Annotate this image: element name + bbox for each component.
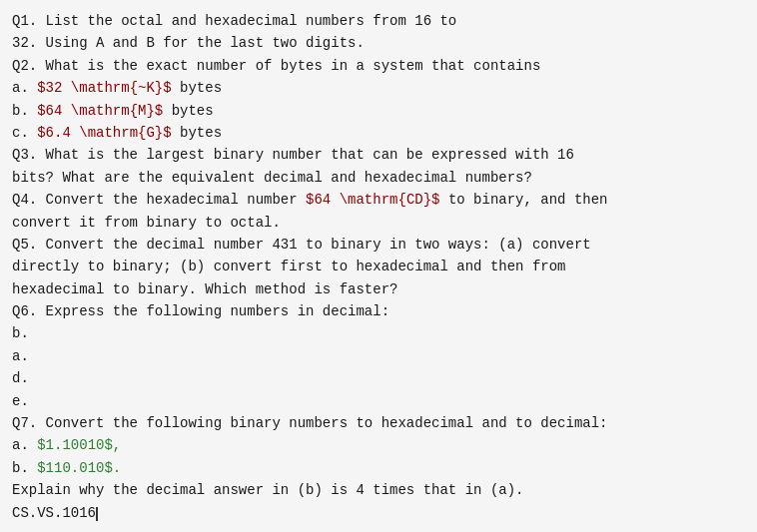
line-q2a: a. $32 \mathrm{~K}$ bytes — [12, 77, 745, 99]
line-cs: CS.VS.1016 — [12, 502, 745, 524]
math-q4: $64 \mathrm{CD}$ — [306, 192, 439, 208]
line-q3b: bits? What are the equivalent decimal an… — [12, 167, 745, 189]
line-q2c: c. $6.4 \mathrm{G}$ bytes — [12, 122, 745, 144]
line-q7a: a. $1.10010$, — [12, 434, 745, 456]
line-q5c: hexadecimal to binary. Which method is f… — [12, 278, 745, 300]
math-q2a: $32 \mathrm{~K}$ — [37, 80, 171, 96]
line-q4: Q4. Convert the hexadecimal number $64 \… — [12, 189, 745, 211]
line-q6d: d. — [12, 367, 745, 389]
line-q7b: b. $110.010$. — [12, 457, 745, 479]
math-q2c: $6.4 \mathrm{G}$ — [37, 125, 171, 141]
line-q6: Q6. Express the following numbers in dec… — [12, 300, 745, 322]
line-q7c: Explain why the decimal answer in (b) is… — [12, 479, 745, 501]
line-q4b: convert it from binary to octal. — [12, 212, 745, 234]
math-q2b: $64 \mathrm{M}$ — [37, 103, 163, 119]
line-q2b: b. $64 \mathrm{M}$ bytes — [12, 100, 745, 122]
line-q7: Q7. Convert the following binary numbers… — [12, 412, 745, 434]
line-q3: Q3. What is the largest binary number th… — [12, 144, 745, 166]
line-q6b: b. — [12, 322, 745, 344]
text-cursor — [96, 507, 98, 521]
line-q1b: 32. Using A and B for the last two digit… — [12, 32, 745, 54]
document-content: Q1. List the octal and hexadecimal numbe… — [0, 0, 757, 532]
line-q6e: e. — [12, 390, 745, 412]
math-q7b: $110.010$. — [37, 460, 121, 476]
line-q6a: a. — [12, 345, 745, 367]
line-q1: Q1. List the octal and hexadecimal numbe… — [12, 10, 745, 32]
line-q5b: directly to binary; (b) convert first to… — [12, 256, 745, 277]
line-q5: Q5. Convert the decimal number 431 to bi… — [12, 234, 745, 256]
line-q2: Q2. What is the exact number of bytes in… — [12, 55, 745, 77]
math-q7a: $1.10010$, — [37, 437, 121, 453]
